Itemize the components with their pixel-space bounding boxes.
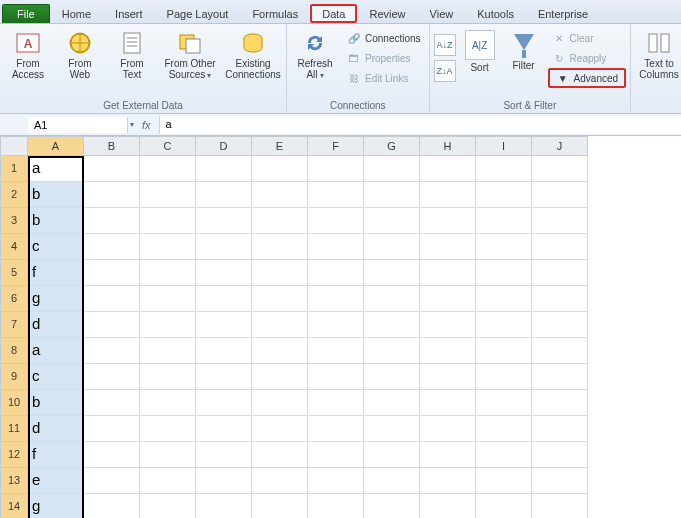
cell[interactable] bbox=[364, 364, 420, 390]
column-header-h[interactable]: H bbox=[420, 136, 476, 156]
cell[interactable]: g bbox=[28, 286, 84, 312]
cell[interactable] bbox=[308, 364, 364, 390]
row-header[interactable]: 10 bbox=[0, 390, 28, 416]
column-header-g[interactable]: G bbox=[364, 136, 420, 156]
cell[interactable] bbox=[84, 468, 140, 494]
cell[interactable] bbox=[252, 416, 308, 442]
cell[interactable]: b bbox=[28, 182, 84, 208]
cell[interactable] bbox=[252, 234, 308, 260]
cell[interactable] bbox=[532, 234, 588, 260]
row-header[interactable]: 9 bbox=[0, 364, 28, 390]
cell[interactable] bbox=[476, 208, 532, 234]
cell[interactable] bbox=[532, 364, 588, 390]
cell[interactable] bbox=[252, 468, 308, 494]
tab-data[interactable]: Data bbox=[310, 4, 357, 23]
row-header[interactable]: 3 bbox=[0, 208, 28, 234]
spreadsheet-grid[interactable]: ABCDEFGHIJ 1a2b3b4c5f6g7d8a9c10b11d12f13… bbox=[0, 136, 681, 518]
cell[interactable]: c bbox=[28, 234, 84, 260]
cell[interactable]: d bbox=[28, 312, 84, 338]
cell[interactable] bbox=[364, 182, 420, 208]
column-header-a[interactable]: A bbox=[28, 136, 84, 156]
cell[interactable] bbox=[84, 286, 140, 312]
cell[interactable] bbox=[84, 442, 140, 468]
cell[interactable] bbox=[196, 286, 252, 312]
cell[interactable]: c bbox=[28, 364, 84, 390]
cell[interactable] bbox=[196, 156, 252, 182]
cell[interactable] bbox=[364, 286, 420, 312]
cell[interactable] bbox=[532, 494, 588, 518]
clear-filter-button[interactable]: ✕ Clear bbox=[548, 28, 626, 48]
cell[interactable] bbox=[420, 416, 476, 442]
column-header-c[interactable]: C bbox=[140, 136, 196, 156]
cell[interactable] bbox=[420, 442, 476, 468]
cell[interactable] bbox=[140, 416, 196, 442]
cell[interactable]: a bbox=[28, 156, 84, 182]
cell[interactable] bbox=[308, 312, 364, 338]
row-header[interactable]: 12 bbox=[0, 442, 28, 468]
cell[interactable] bbox=[308, 390, 364, 416]
row-header[interactable]: 4 bbox=[0, 234, 28, 260]
cell[interactable] bbox=[140, 208, 196, 234]
cell[interactable] bbox=[196, 416, 252, 442]
cell[interactable] bbox=[84, 260, 140, 286]
from-text-button[interactable]: From Text bbox=[108, 28, 156, 80]
cell[interactable] bbox=[364, 234, 420, 260]
cell[interactable] bbox=[252, 286, 308, 312]
existing-connections-button[interactable]: Existing Connections bbox=[224, 28, 282, 80]
row-header[interactable]: 13 bbox=[0, 468, 28, 494]
cell[interactable] bbox=[252, 312, 308, 338]
cell[interactable]: g bbox=[28, 494, 84, 518]
tab-view[interactable]: View bbox=[418, 4, 466, 23]
cell[interactable] bbox=[420, 208, 476, 234]
cell[interactable] bbox=[364, 494, 420, 518]
cell[interactable] bbox=[308, 338, 364, 364]
cell[interactable] bbox=[140, 234, 196, 260]
cell[interactable] bbox=[420, 390, 476, 416]
from-web-button[interactable]: From Web bbox=[56, 28, 104, 80]
cell[interactable] bbox=[196, 364, 252, 390]
cell[interactable] bbox=[476, 260, 532, 286]
cell[interactable] bbox=[476, 338, 532, 364]
cell[interactable] bbox=[532, 442, 588, 468]
cell[interactable] bbox=[476, 364, 532, 390]
tab-page-layout[interactable]: Page Layout bbox=[155, 4, 241, 23]
cell[interactable] bbox=[84, 494, 140, 518]
cell[interactable] bbox=[308, 182, 364, 208]
column-header-e[interactable]: E bbox=[252, 136, 308, 156]
tab-kutools[interactable]: Kutools bbox=[465, 4, 526, 23]
cell[interactable] bbox=[364, 442, 420, 468]
cell[interactable] bbox=[476, 182, 532, 208]
cell[interactable] bbox=[420, 182, 476, 208]
formula-input[interactable]: a bbox=[159, 116, 681, 134]
cell[interactable] bbox=[252, 494, 308, 518]
cell[interactable] bbox=[252, 182, 308, 208]
cell[interactable] bbox=[196, 312, 252, 338]
row-header[interactable]: 7 bbox=[0, 312, 28, 338]
cell[interactable] bbox=[532, 390, 588, 416]
cell[interactable] bbox=[252, 156, 308, 182]
fx-button[interactable]: fx bbox=[134, 119, 159, 131]
cell[interactable]: f bbox=[28, 260, 84, 286]
edit-links-button[interactable]: ⛓ Edit Links bbox=[343, 68, 425, 88]
cell[interactable] bbox=[308, 494, 364, 518]
cell[interactable]: a bbox=[28, 338, 84, 364]
row-header[interactable]: 1 bbox=[0, 156, 28, 182]
column-header-f[interactable]: F bbox=[308, 136, 364, 156]
row-header[interactable]: 5 bbox=[0, 260, 28, 286]
cell[interactable] bbox=[308, 468, 364, 494]
cell[interactable] bbox=[420, 286, 476, 312]
cell[interactable] bbox=[532, 416, 588, 442]
cell[interactable] bbox=[308, 260, 364, 286]
cell[interactable] bbox=[140, 312, 196, 338]
cell[interactable] bbox=[476, 442, 532, 468]
cell[interactable] bbox=[532, 338, 588, 364]
sort-desc-button[interactable]: Z↓A bbox=[434, 60, 456, 82]
tab-file[interactable]: File bbox=[2, 4, 50, 23]
cell[interactable] bbox=[140, 338, 196, 364]
cell[interactable] bbox=[364, 208, 420, 234]
column-header-b[interactable]: B bbox=[84, 136, 140, 156]
cell[interactable] bbox=[252, 390, 308, 416]
cell[interactable] bbox=[140, 286, 196, 312]
cell[interactable] bbox=[84, 156, 140, 182]
cell[interactable] bbox=[84, 234, 140, 260]
